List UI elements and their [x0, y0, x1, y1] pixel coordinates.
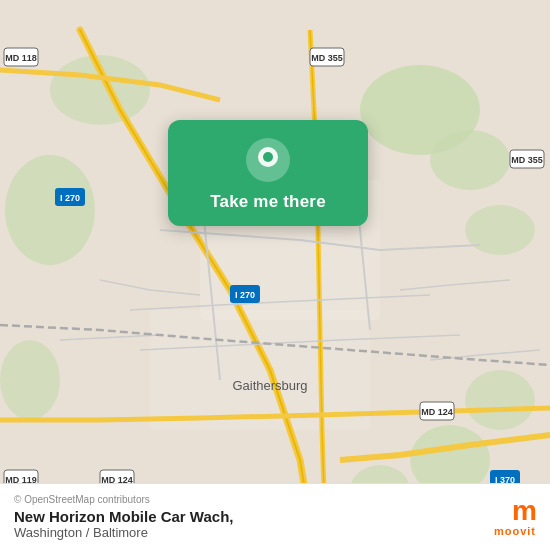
moovit-m-letter: m: [512, 497, 536, 525]
take-me-card[interactable]: Take me there: [168, 120, 368, 226]
location-pin-icon: [246, 138, 290, 182]
svg-text:I 270: I 270: [60, 193, 80, 203]
moovit-brand-text: moovit: [494, 525, 536, 537]
place-region: Washington / Baltimore: [14, 525, 233, 540]
svg-point-5: [0, 340, 60, 420]
bottom-bar: © OpenStreetMap contributors New Horizon…: [0, 483, 550, 550]
map-container: MD 118 MD 355 I 270 I 270 I 270 MD 124 M…: [0, 0, 550, 550]
map-svg: MD 118 MD 355 I 270 I 270 I 270 MD 124 M…: [0, 0, 550, 550]
take-me-label: Take me there: [210, 192, 326, 212]
svg-point-6: [465, 370, 535, 430]
svg-point-3: [5, 155, 95, 265]
bottom-left-info: © OpenStreetMap contributors New Horizon…: [14, 494, 233, 540]
svg-text:MD 124: MD 124: [421, 407, 453, 417]
svg-point-2: [465, 205, 535, 255]
svg-point-36: [263, 152, 273, 162]
osm-credit: © OpenStreetMap contributors: [14, 494, 233, 505]
svg-text:MD 355: MD 355: [511, 155, 543, 165]
place-name: New Horizon Mobile Car Wach,: [14, 508, 233, 525]
svg-text:MD 355: MD 355: [311, 53, 343, 63]
svg-text:Gaithersburg: Gaithersburg: [232, 378, 307, 393]
svg-text:I 270: I 270: [235, 290, 255, 300]
moovit-logo: m moovit: [494, 497, 536, 537]
svg-point-1: [430, 130, 510, 190]
svg-text:MD 118: MD 118: [5, 53, 37, 63]
